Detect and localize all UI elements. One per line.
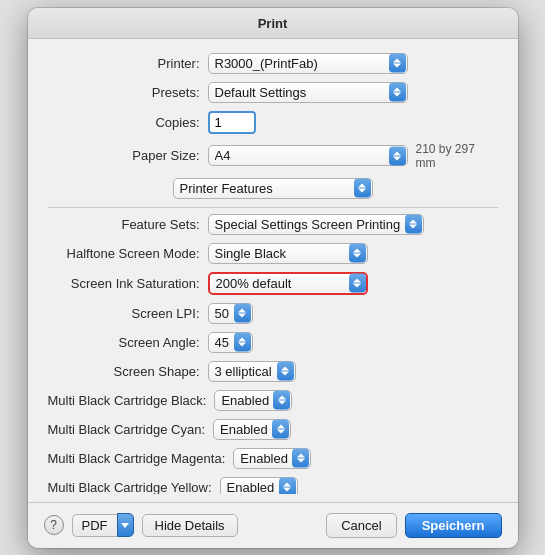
mb-black-label: Multi Black Cartridge Black: xyxy=(48,393,215,408)
mb-cyan-select-wrapper: Enabled xyxy=(213,419,291,440)
halftone-row: Halftone Screen Mode: Single Black xyxy=(48,243,494,264)
screen-lpi-row: Screen LPI: 50 xyxy=(48,303,494,324)
cancel-button[interactable]: Cancel xyxy=(326,513,396,538)
printer-select[interactable]: R3000_(PrintFab) xyxy=(208,53,408,74)
mb-magenta-select-wrapper: Enabled xyxy=(233,448,311,469)
mb-magenta-label: Multi Black Cartridge Magenta: xyxy=(48,451,234,466)
presets-row: Presets: Default Settings xyxy=(48,82,498,103)
copies-label: Copies: xyxy=(48,115,208,130)
printer-label: Printer: xyxy=(48,56,208,71)
presets-select[interactable]: Default Settings xyxy=(208,82,408,103)
screen-shape-select-wrapper: 3 elliptical xyxy=(208,361,296,382)
paper-dimensions: 210 by 297 mm xyxy=(416,142,498,170)
mb-black-row: Multi Black Cartridge Black: Enabled xyxy=(48,390,494,411)
screen-angle-row: Screen Angle: 45 xyxy=(48,332,494,353)
paper-size-row: Paper Size: A4 210 by 297 mm xyxy=(48,142,498,170)
mb-yellow-row: Multi Black Cartridge Yellow: Enabled xyxy=(48,477,494,494)
paper-size-label: Paper Size: xyxy=(48,148,208,163)
printer-features-select-wrapper: Printer Features xyxy=(173,178,373,199)
bottom-bar: ? PDF Hide Details Cancel Speichern xyxy=(28,502,518,548)
printer-select-wrapper: R3000_(PrintFab) xyxy=(208,53,408,74)
section-divider xyxy=(48,207,498,208)
feature-sets-select-wrapper: Special Settings Screen Printing xyxy=(208,214,424,235)
halftone-select[interactable]: Single Black xyxy=(208,243,368,264)
mb-magenta-row: Multi Black Cartridge Magenta: Enabled xyxy=(48,448,494,469)
save-button[interactable]: Speichern xyxy=(405,513,502,538)
feature-sets-select[interactable]: Special Settings Screen Printing xyxy=(208,214,424,235)
title-text: Print xyxy=(258,16,288,31)
screen-angle-select[interactable]: 45 xyxy=(208,332,253,353)
screen-shape-label: Screen Shape: xyxy=(48,364,208,379)
printer-row: Printer: R3000_(PrintFab) xyxy=(48,53,498,74)
dialog-title: Print xyxy=(28,8,518,39)
mb-cyan-row: Multi Black Cartridge Cyan: Enabled xyxy=(48,419,494,440)
mb-yellow-label: Multi Black Cartridge Yellow: xyxy=(48,480,220,494)
print-dialog: Print Printer: R3000_(PrintFab) Presets:… xyxy=(28,8,518,548)
halftone-select-wrapper: Single Black xyxy=(208,243,368,264)
mb-yellow-select[interactable]: Enabled xyxy=(220,477,298,494)
paper-size-select[interactable]: A4 xyxy=(208,145,408,166)
copies-input[interactable] xyxy=(208,111,256,134)
mb-cyan-select[interactable]: Enabled xyxy=(213,419,291,440)
dialog-content: Printer: R3000_(PrintFab) Presets: Defau… xyxy=(28,39,518,494)
screen-angle-select-wrapper: 45 xyxy=(208,332,253,353)
printer-features-select[interactable]: Printer Features xyxy=(173,178,373,199)
feature-sets-row: Feature Sets: Special Settings Screen Pr… xyxy=(48,214,494,235)
ink-sat-row: Screen Ink Saturation: 200% default xyxy=(48,272,494,295)
paper-size-select-wrapper: A4 xyxy=(208,145,408,166)
screen-lpi-select-wrapper: 50 xyxy=(208,303,253,324)
copies-row: Copies: xyxy=(48,111,498,134)
ink-sat-select[interactable]: 200% default xyxy=(208,272,368,295)
presets-label: Presets: xyxy=(48,85,208,100)
feature-sets-label: Feature Sets: xyxy=(48,217,208,232)
mb-black-select-wrapper: Enabled xyxy=(214,390,292,411)
screen-lpi-select[interactable]: 50 xyxy=(208,303,253,324)
mb-black-select[interactable]: Enabled xyxy=(214,390,292,411)
mb-magenta-select[interactable]: Enabled xyxy=(233,448,311,469)
screen-shape-row: Screen Shape: 3 elliptical xyxy=(48,361,494,382)
printer-features-row: Printer Features xyxy=(48,178,498,199)
pdf-dropdown-button[interactable] xyxy=(117,513,134,537)
halftone-label: Halftone Screen Mode: xyxy=(48,246,208,261)
screen-lpi-label: Screen LPI: xyxy=(48,306,208,321)
scrollable-settings[interactable]: Feature Sets: Special Settings Screen Pr… xyxy=(48,214,498,494)
help-button[interactable]: ? xyxy=(44,515,64,535)
mb-cyan-label: Multi Black Cartridge Cyan: xyxy=(48,422,214,437)
pdf-button[interactable]: PDF xyxy=(72,514,117,537)
screen-shape-select[interactable]: 3 elliptical xyxy=(208,361,296,382)
pdf-group: PDF xyxy=(72,513,134,537)
screen-angle-label: Screen Angle: xyxy=(48,335,208,350)
ink-sat-select-wrapper: 200% default xyxy=(208,272,368,295)
presets-select-wrapper: Default Settings xyxy=(208,82,408,103)
hide-details-button[interactable]: Hide Details xyxy=(142,514,238,537)
ink-sat-label: Screen Ink Saturation: xyxy=(48,276,208,291)
mb-yellow-select-wrapper: Enabled xyxy=(220,477,298,494)
